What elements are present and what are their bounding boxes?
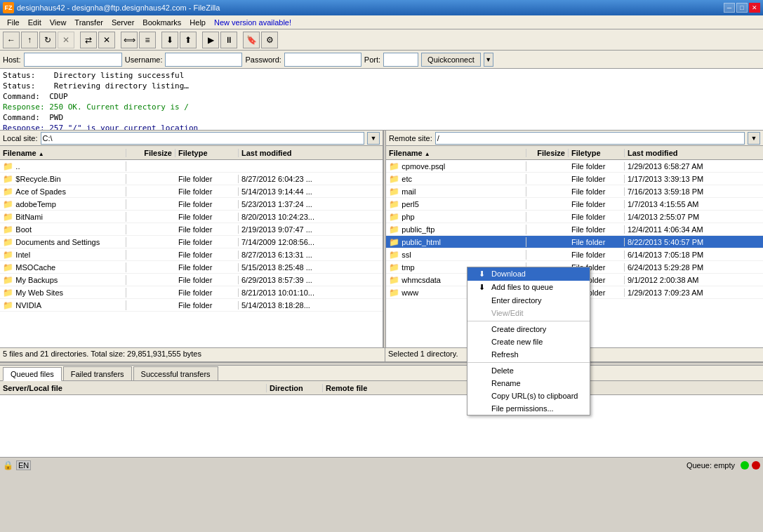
port-input[interactable] <box>383 53 418 67</box>
local-col-lastmod[interactable]: Last modified <box>239 149 383 157</box>
local-file-row[interactable]: 📁 MSOCache File folder 5/15/2013 8:25:48… <box>0 261 383 274</box>
local-file-row[interactable]: 📁 Boot File folder 2/19/2013 9:07:47 ... <box>0 223 383 236</box>
bottom-status: 🔒 EN Queue: empty <box>0 457 763 472</box>
tab-failed-transfers[interactable]: Failed transfers <box>63 366 132 380</box>
file-panels: Local site: ▼ Filename ▲ Filesize Filety… <box>0 131 763 348</box>
queue-col-direction[interactable]: Direction <box>267 384 323 392</box>
password-input[interactable] <box>284 53 361 67</box>
local-filetype-cell: File folder <box>175 225 239 234</box>
host-input[interactable] <box>24 53 122 67</box>
tb-stop-button[interactable]: ✕ <box>58 32 74 48</box>
tb-disconnect-button[interactable]: ✕ <box>98 32 115 48</box>
remote-lastmod-cell: 1/7/2013 4:15:55 AM <box>625 200 763 208</box>
remote-col-lastmod[interactable]: Last modified <box>625 149 763 157</box>
tab-queued-files[interactable]: Queued files <box>3 367 62 381</box>
file-icon: 📁 <box>3 250 15 260</box>
local-file-row[interactable]: 📁 Documents and Settings File folder 7/1… <box>0 236 383 248</box>
ctx-enter-directory[interactable]: Enter directory <box>467 294 590 307</box>
local-file-row[interactable]: 📁 Ace of Spades File folder 5/14/2013 9:… <box>0 185 383 198</box>
password-label: Password: <box>245 55 281 64</box>
local-col-filesize[interactable]: Filesize <box>126 149 175 157</box>
local-filetype-cell: File folder <box>175 200 239 208</box>
remote-file-row[interactable]: 📁 perl5 File folder 1/7/2013 4:15:55 AM <box>386 198 763 211</box>
local-site-path[interactable] <box>41 132 364 145</box>
local-file-row[interactable]: 📁 $Recycle.Bin File folder 8/27/2012 6:0… <box>0 173 383 185</box>
file-icon: 📁 <box>389 225 402 234</box>
ctx-create-directory[interactable]: Create directory <box>467 323 590 335</box>
ctx-refresh[interactable]: Refresh <box>467 348 590 361</box>
ctx-copy-url[interactable]: Copy URL(s) to clipboard <box>467 390 590 402</box>
local-file-row[interactable]: 📁 My Backups File folder 6/29/2013 8:57:… <box>0 274 383 286</box>
remote-file-row[interactable]: 📁 mail File folder 7/16/2013 3:59:18 PM <box>386 185 763 198</box>
menu-server[interactable]: Server <box>107 17 138 28</box>
tb-transfer-type[interactable]: ⟺ <box>121 32 138 48</box>
local-site-dropdown[interactable]: ▼ <box>367 132 380 145</box>
local-lastmod-cell: 5/14/2013 8:18:28... <box>239 301 383 310</box>
file-icon: 📁 <box>389 288 402 298</box>
tb-back-button[interactable]: ← <box>3 32 20 48</box>
queue-icon: ⬇ <box>479 283 490 292</box>
quickconnect-dropdown[interactable]: ▼ <box>484 53 493 67</box>
tb-download-button[interactable]: ⬇ <box>161 32 178 48</box>
tb-up-button[interactable]: ↑ <box>21 32 38 48</box>
tb-upload-button[interactable]: ⬆ <box>180 32 197 48</box>
local-file-row[interactable]: 📁 My Web Sites File folder 8/21/2013 10:… <box>0 286 383 299</box>
tb-queue-button[interactable]: ▶ <box>202 32 219 48</box>
ctx-download[interactable]: ⬇Download <box>467 267 590 281</box>
local-file-row[interactable]: 📁 Intel File folder 8/27/2013 6:13:31 ..… <box>0 248 383 261</box>
ctx-add-to-queue[interactable]: ⬇Add files to queue <box>467 281 590 294</box>
local-col-filetype[interactable]: Filetype <box>175 149 239 157</box>
remote-site-path[interactable] <box>435 132 745 145</box>
ctx-delete[interactable]: Delete <box>467 364 590 377</box>
minimize-button[interactable]: ─ <box>724 3 735 13</box>
menu-view[interactable]: View <box>46 17 71 28</box>
tb-settings-button[interactable]: ⚙ <box>261 32 278 48</box>
queue-col-server-file[interactable]: Server/Local file <box>0 384 267 392</box>
local-file-row[interactable]: 📁 .. <box>0 160 383 173</box>
quickconnect-button[interactable]: Quickconnect <box>421 53 481 67</box>
ctx-rename[interactable]: Rename <box>467 377 590 390</box>
queue-header: Server/Local file Direction Remote file <box>0 381 763 395</box>
queue-status: Queue: empty <box>686 461 735 470</box>
remote-col-filetype[interactable]: Filetype <box>569 149 625 157</box>
menu-file[interactable]: File <box>3 17 24 28</box>
remote-file-row[interactable]: 📁 etc File folder 1/17/2013 3:39:13 PM <box>386 173 763 185</box>
remote-site-bar: Remote site: ▼ <box>386 131 763 146</box>
ctx-view-edit: View/Edit <box>467 307 590 319</box>
tb-pause-button[interactable]: ⏸ <box>220 32 237 48</box>
ctx-create-file[interactable]: Create new file <box>467 335 590 348</box>
remote-file-row[interactable]: 📁 public_html File folder 8/22/2013 5:40… <box>386 236 763 248</box>
tb-compare-button[interactable]: ≡ <box>139 32 156 48</box>
close-button[interactable]: ✕ <box>749 3 760 13</box>
local-file-row[interactable]: 📁 NVIDIA File folder 5/14/2013 8:18:28..… <box>0 299 383 312</box>
remote-file-row[interactable]: 📁 public_ftp File folder 12/4/2011 4:06:… <box>386 223 763 236</box>
menu-help[interactable]: Help <box>185 17 210 28</box>
remote-col-filesize[interactable]: Filesize <box>526 149 569 157</box>
username-input[interactable] <box>165 53 242 67</box>
tab-successful-transfers[interactable]: Successful transfers <box>133 366 218 380</box>
tb-bookmark-button[interactable]: 🔖 <box>243 32 260 48</box>
maximize-button[interactable]: □ <box>736 3 748 13</box>
local-lastmod-cell: 8/27/2013 6:13:31 ... <box>239 251 383 259</box>
remote-file-row[interactable]: 📁 php File folder 1/4/2013 2:55:07 PM <box>386 211 763 223</box>
local-file-list-header: Filename ▲ Filesize Filetype Last modifi… <box>0 146 383 160</box>
remote-site-dropdown[interactable]: ▼ <box>748 132 760 145</box>
menu-transfer[interactable]: Transfer <box>70 17 107 28</box>
menu-edit[interactable]: Edit <box>24 17 46 28</box>
ctx-file-permissions[interactable]: File permissions... <box>467 402 590 415</box>
context-menu: ⬇Download ⬇Add files to queue Enter dire… <box>467 267 590 415</box>
tb-reconnect-button[interactable]: ⇄ <box>80 32 97 48</box>
file-icon: 📁 <box>389 237 402 247</box>
local-col-filename[interactable]: Filename ▲ <box>0 149 126 157</box>
remote-file-row[interactable]: 📁 cpmove.psql File folder 1/29/2013 6:58… <box>386 160 763 173</box>
remote-file-row[interactable]: 📁 ssl File folder 6/14/2013 7:05:18 PM <box>386 248 763 261</box>
local-file-row[interactable]: 📁 BitNami File folder 8/20/2013 10:24:23… <box>0 211 383 223</box>
new-version-link[interactable]: New version available! <box>210 17 296 28</box>
tb-refresh-local[interactable]: ↻ <box>39 32 56 48</box>
local-filetype-cell: File folder <box>175 251 239 259</box>
file-icon: 📁 <box>3 174 15 184</box>
remote-col-filename[interactable]: Filename ▲ <box>386 149 526 157</box>
local-file-row[interactable]: 📁 adobeTemp File folder 5/23/2013 1:37:2… <box>0 198 383 211</box>
menu-bookmarks[interactable]: Bookmarks <box>138 17 185 28</box>
log-line: Command: PWD <box>3 112 760 123</box>
